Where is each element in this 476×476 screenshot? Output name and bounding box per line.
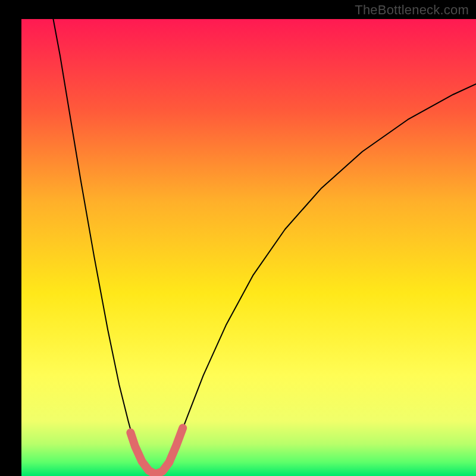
watermark-text: TheBottleneck.com [355, 2, 469, 18]
chart-frame: TheBottleneck.com [0, 0, 476, 476]
bottleneck-chart [0, 0, 476, 476]
plot-area [21, 19, 476, 476]
